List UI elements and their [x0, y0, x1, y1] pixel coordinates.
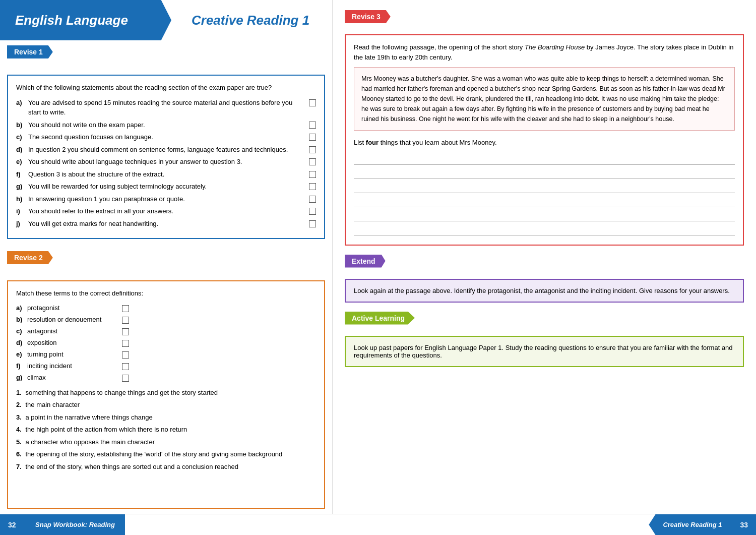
match-d: d) exposition — [16, 338, 316, 347]
def-1: 1. something that happens to change thin… — [16, 388, 316, 398]
q-h-checkbox[interactable] — [309, 196, 316, 203]
question-e: e) You should write about language techn… — [16, 157, 316, 167]
answer-line-1[interactable] — [354, 153, 735, 165]
question-i: i) You should refer to the extract in al… — [16, 206, 316, 216]
answer-lines — [354, 153, 735, 235]
match-f-label: f) — [16, 362, 27, 370]
q-c-text: The second question focuses on language. — [28, 132, 305, 142]
def-6: 6. the opening of the story, establishin… — [16, 449, 316, 459]
q-a-text: You are advised to spend 15 minutes read… — [28, 98, 305, 117]
def-3-num: 3. — [16, 413, 22, 421]
question-g: g) You will be rewarded for using subjec… — [16, 182, 316, 192]
extend-wrapper: Extend Look again at the passage above. … — [345, 255, 744, 303]
q-c-label: c) — [16, 132, 25, 142]
answer-line-5[interactable] — [354, 209, 735, 221]
revise1-label-text: Revise 1 — [14, 48, 43, 56]
q-j-checkbox[interactable] — [309, 220, 316, 227]
footer-left-number: 32 — [8, 521, 16, 529]
match-f-checkbox[interactable] — [122, 363, 129, 370]
match-a-term: protagonist — [27, 304, 118, 312]
q-d-checkbox[interactable] — [309, 146, 316, 153]
match-e-checkbox[interactable] — [122, 351, 129, 359]
revise1-header-area: Revise 1 — [7, 45, 325, 70]
q-g-label: g) — [16, 182, 25, 192]
q-b-checkbox[interactable] — [309, 122, 316, 129]
answer-line-6[interactable] — [354, 223, 735, 235]
match-g-checkbox[interactable] — [122, 375, 129, 382]
q-c-checkbox[interactable] — [309, 134, 316, 141]
q-b-label: b) — [16, 120, 25, 130]
def-6-num: 6. — [16, 450, 22, 458]
match-a: a) protagonist — [16, 304, 316, 312]
match-b-checkbox[interactable] — [122, 317, 129, 324]
footer-page-left: 32 — [0, 514, 25, 535]
revise2-intro: Match these terms to the correct definit… — [16, 288, 316, 299]
match-a-label: a) — [16, 304, 27, 312]
q-i-checkbox[interactable] — [309, 208, 316, 215]
q-i-label: i) — [16, 206, 25, 216]
q-f-label: f) — [16, 169, 25, 180]
question-j: j) You will get extra marks for neat han… — [16, 219, 316, 229]
revise3-question: List four things that you learn about Mr… — [354, 138, 735, 148]
revise3-label-text: Revise 3 — [352, 13, 381, 21]
match-c-checkbox[interactable] — [122, 328, 129, 335]
q-a-checkbox[interactable] — [309, 99, 316, 106]
revise3-section: Read the following passage, the opening … — [345, 34, 744, 246]
q-j-label: j) — [16, 219, 25, 229]
match-e-term: turning point — [27, 350, 118, 358]
def-7-num: 7. — [16, 463, 22, 470]
extend-label-text: Extend — [352, 257, 375, 265]
footer-right: Creative Reading 1 33 — [649, 514, 756, 535]
question-h: h) In answering question 1 you can parap… — [16, 194, 316, 204]
q-e-text: You should write about language techniqu… — [28, 157, 305, 167]
match-b-label: b) — [16, 316, 27, 323]
four-bold: four — [366, 139, 379, 146]
q-a-label: a) — [16, 98, 25, 108]
q-f-text: Question 3 is about the structure of the… — [28, 169, 305, 180]
footer-left-label: Snap Workbook: Reading — [25, 514, 125, 535]
def-5-num: 5. — [16, 438, 22, 446]
revise3-label: Revise 3 — [345, 10, 391, 23]
revise1-label: Revise 1 — [7, 45, 53, 58]
match-d-checkbox[interactable] — [122, 340, 129, 347]
revise2-label: Revise 2 — [7, 251, 53, 264]
answer-line-2[interactable] — [354, 167, 735, 179]
revise2-header-area: Revise 2 — [7, 251, 325, 275]
q-e-checkbox[interactable] — [309, 158, 316, 165]
match-c: c) antagonist — [16, 327, 316, 335]
match-b-term: resolution or denouement — [27, 316, 118, 323]
passage-box: Mrs Mooney was a butcher's daughter. She… — [354, 67, 735, 131]
q-f-checkbox[interactable] — [309, 171, 316, 178]
revise1-intro-text: Which of the following statements about … — [16, 84, 272, 91]
active-wrapper: Active Learning Look up past papers for … — [345, 312, 744, 367]
creative-label: Creative Reading 1 — [192, 13, 309, 28]
page-footer: 32 Snap Workbook: Reading Creative Readi… — [0, 514, 756, 535]
q-g-text: You will be rewarded for using subject t… — [28, 182, 305, 192]
q-i-text: You should refer to the extract in all y… — [28, 206, 305, 216]
extend-text: Look again at the passage above. Identif… — [354, 287, 730, 294]
match-e: e) turning point — [16, 350, 316, 359]
def-2-num: 2. — [16, 401, 22, 408]
main-content: English Language Creative Reading 1 Revi… — [0, 0, 756, 514]
revise2-section: Match these terms to the correct definit… — [7, 280, 325, 509]
answer-line-3[interactable] — [354, 181, 735, 193]
story-title: The Boarding House — [525, 43, 585, 51]
answer-line-4[interactable] — [354, 195, 735, 207]
page-header: English Language Creative Reading 1 — [0, 0, 332, 40]
english-language-header: English Language — [0, 0, 171, 40]
creative-reading-header: Creative Reading 1 — [171, 0, 332, 40]
right-column: Revise 3 Read the following passage, the… — [333, 0, 756, 514]
def-5: 5. a character who opposes the main char… — [16, 437, 316, 447]
match-a-checkbox[interactable] — [122, 305, 129, 312]
match-f-term: inciting incident — [27, 362, 118, 370]
extend-label: Extend — [345, 255, 386, 268]
revise3-section-header: Revise 3 — [345, 10, 744, 28]
match-b: b) resolution or denouement — [16, 315, 316, 324]
q-g-checkbox[interactable] — [309, 183, 316, 190]
revise2-intro-text: Match these terms to the correct definit… — [16, 289, 143, 297]
footer-right-num-text: 33 — [740, 521, 748, 529]
match-g-label: g) — [16, 374, 27, 381]
question-b: b) You should not write on the exam pape… — [16, 120, 316, 130]
match-d-label: d) — [16, 339, 27, 346]
active-section: Look up past papers for English Language… — [345, 336, 744, 367]
